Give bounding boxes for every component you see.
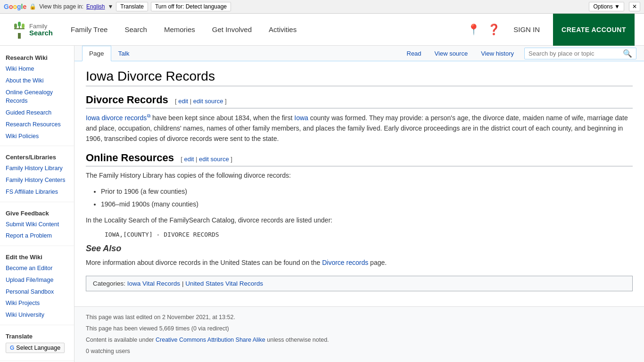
translate-label: Translate [6, 333, 68, 340]
iowa-divorce-records-link[interactable]: Iowa divorce records [86, 114, 150, 122]
license-text: Content is available under Creative Comm… [86, 335, 633, 345]
section1-heading: Divorce Records [ edit | edit source ] [86, 94, 633, 108]
sidebar-item-research-resources[interactable]: Research Resources [0, 119, 74, 131]
tab-action-read[interactable]: Read [400, 46, 428, 61]
sidebar-item-online-genealogy[interactable]: Online Genealogy Records [0, 87, 74, 107]
svg-rect-4 [22, 24, 25, 28]
sidebar-item-become-editor[interactable]: Become an Editor [0, 263, 74, 274]
sidebar-item-wiki-university[interactable]: Wiki University [0, 309, 74, 321]
svg-rect-2 [19, 26, 20, 29]
tab-search-area: 🔍 [524, 48, 636, 59]
logo-link[interactable]: Family Search [9, 20, 53, 40]
category-iowa-vital[interactable]: Iowa Vital Records [127, 280, 180, 287]
svg-rect-3 [14, 24, 17, 28]
watching-text: 0 watching users [86, 346, 633, 356]
centers-libraries-title: Centers/Libraries [0, 150, 74, 163]
tab-search-button[interactable]: 🔍 [621, 49, 634, 58]
license-link[interactable]: Creative Commons Attribution Share Alike [156, 337, 265, 343]
sidebar-item-personal-sandbox[interactable]: Personal Sandbox [0, 286, 74, 298]
sidebar-item-upload-file[interactable]: Upload File/Image [0, 274, 74, 286]
research-wiki-title: Research Wiki [0, 50, 74, 63]
svg-rect-5 [18, 22, 21, 26]
logo-family-text: Family [29, 23, 53, 29]
view-page-in-text: View this page in: [39, 3, 83, 10]
sidebar-item-report-problem[interactable]: Report a Problem [0, 230, 74, 242]
section2-list: Prior to 1906 (a few counties) 1906–mid … [101, 186, 633, 209]
create-account-button[interactable]: CREATE ACCOUNT [553, 14, 635, 46]
sign-in-button[interactable]: SIGN IN [508, 25, 545, 33]
nav-memories[interactable]: Memories [156, 14, 204, 46]
section1-edit-link[interactable]: edit [178, 98, 188, 105]
tab-actions: Read View source View history 🔍 [400, 46, 637, 61]
give-feedback-title: Give Feedback [0, 206, 74, 219]
google-logo-small: G [10, 345, 14, 351]
categories-box: Categories: Iowa Vital Records | United … [86, 276, 633, 291]
tab-search-input[interactable] [527, 49, 621, 58]
section1-body: Iowa divorce records have been kept sinc… [86, 112, 633, 144]
see-also-text: More information about divorce records i… [86, 257, 633, 268]
language-link[interactable]: English [86, 3, 105, 10]
sidebar-item-fs-affiliate[interactable]: FS Affiliate Libraries [0, 186, 74, 198]
sidebar-translate-section: Translate G Select Language [0, 329, 74, 357]
sidebar-item-fhl[interactable]: Family History Library [0, 163, 74, 174]
tab-talk[interactable]: Talk [111, 46, 137, 61]
translate-button[interactable]: Translate [116, 2, 148, 11]
lock-icon: 🔒 [29, 3, 36, 10]
svg-rect-0 [18, 33, 21, 39]
page-title: Iowa Divorce Records [86, 69, 633, 86]
section2-heading: Online Resources [ edit | edit source ] [86, 152, 633, 166]
tab-action-view-history[interactable]: View history [474, 46, 520, 61]
familysearch-logo [9, 20, 29, 40]
header-actions: 📍 ❓ SIGN IN CREATE ACCOUNT [467, 14, 635, 46]
nav-activities[interactable]: Activities [260, 14, 305, 46]
iowa-link[interactable]: Iowa [294, 114, 308, 122]
divorce-records-link[interactable]: Divorce records [322, 259, 368, 266]
logo-search-text: Search [29, 29, 53, 36]
nav-search[interactable]: Search [116, 14, 156, 46]
nav-get-involved[interactable]: Get Involved [204, 14, 260, 46]
main-header: Family Search Family Tree Search Memorie… [0, 14, 644, 46]
content-body: Iowa Divorce Records Divorce Records [ e… [74, 61, 644, 299]
select-language-text: Select Language [16, 345, 60, 351]
list-item-1: 1906–mid 1900s (many counties) [101, 199, 633, 209]
see-also-heading: See Also [86, 244, 633, 254]
sidebar-item-wiki-policies[interactable]: Wiki Policies [0, 131, 74, 142]
translate-bar: Google 🔒 View this page in: English▼ Tra… [0, 0, 644, 14]
sidebar-item-wiki-home[interactable]: Wiki Home [0, 63, 74, 75]
sidebar-item-about-wiki[interactable]: About the Wiki [0, 75, 74, 87]
sidebar-item-fhc[interactable]: Family History Centers [0, 174, 74, 186]
sidebar-item-submit-wiki[interactable]: Submit Wiki Content [0, 219, 74, 230]
sidebar: Research Wiki Wiki Home About the Wiki O… [0, 46, 74, 362]
last-edited-text: This page was last edited on 2 November … [86, 313, 633, 322]
section2-intro: The Family History Library has copies of… [86, 170, 633, 181]
catalog-entry: IOWA,[COUNTY] - DIVORCE RECORDS [105, 231, 633, 238]
categories-label: Categories: [93, 280, 125, 287]
location-icon[interactable]: 📍 [467, 24, 480, 36]
section1-edit-source-link[interactable]: edit source [193, 98, 223, 105]
google-logo: Google [4, 3, 26, 10]
section2-edit-links: [ edit | edit source ] [181, 156, 232, 163]
list-item-0: Prior to 1906 (a few counties) [101, 186, 633, 197]
page-layout: Research Wiki Wiki Home About the Wiki O… [0, 46, 644, 362]
category-us-vital[interactable]: United States Vital Records [185, 280, 263, 287]
section2-edit-source-link[interactable]: edit source [199, 156, 229, 163]
edit-wiki-title: Edit the Wiki [0, 250, 74, 263]
page-footer: This page was last edited on 2 November … [74, 306, 644, 362]
sidebar-item-guided-research[interactable]: Guided Research [0, 107, 74, 119]
sidebar-item-wiki-projects[interactable]: Wiki Projects [0, 297, 74, 309]
main-content: Page Talk Read View source View history … [74, 46, 644, 362]
close-translate-button[interactable]: ✕ [629, 2, 640, 11]
main-navigation: Family Tree Search Memories Get Involved… [62, 14, 467, 46]
help-icon[interactable]: ❓ [487, 24, 500, 36]
views-text: This page has been viewed 5,669 times (0… [86, 324, 633, 333]
section1-edit-links: [ edit | edit source ] [175, 98, 227, 105]
options-button[interactable]: Options ▼ [589, 2, 624, 11]
catalog-text: In the Locality Search of the FamilySear… [86, 215, 633, 225]
tab-page[interactable]: Page [82, 46, 111, 61]
section2-edit-link[interactable]: edit [184, 156, 194, 163]
tab-bar: Page Talk Read View source View history … [74, 46, 644, 61]
nav-family-tree[interactable]: Family Tree [62, 14, 116, 46]
tab-action-view-source[interactable]: View source [428, 46, 475, 61]
select-language-button[interactable]: G Select Language [6, 343, 65, 353]
turnoff-button[interactable]: Turn off for: Detect language [151, 2, 231, 11]
